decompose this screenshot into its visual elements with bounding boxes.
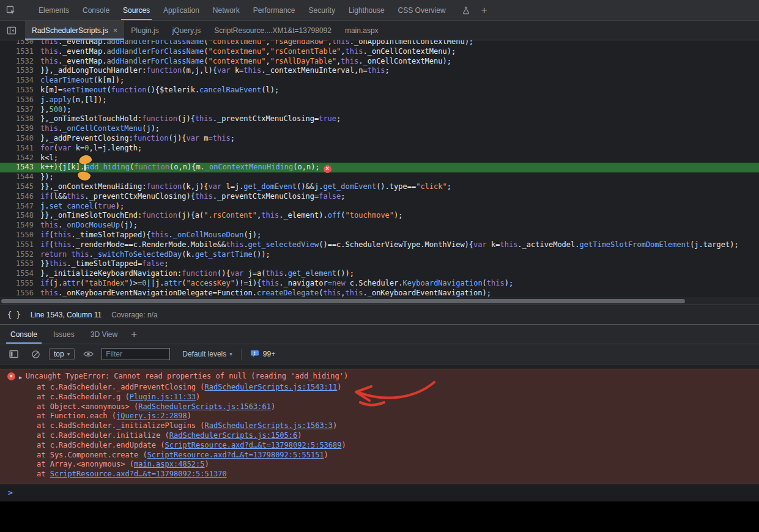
line-number[interactable]: 1538: [0, 114, 40, 124]
tab-performance[interactable]: Performance: [246, 0, 302, 20]
drawer-tab-console[interactable]: Console: [2, 325, 45, 344]
code-line-1555[interactable]: 1555if(j.attr("tabIndex")>=0||j.attr("ac…: [0, 279, 759, 289]
stack-link[interactable]: ScriptResource.axd?d…&t=13798092:5:55151: [147, 451, 324, 459]
code-line-1551[interactable]: 1551if(this._renderMode==c.RenderMode.Mo…: [0, 240, 759, 250]
source-editor[interactable]: 1530this._eventMap.addHandlerForClassNam…: [0, 40, 759, 305]
line-number[interactable]: 1546: [0, 192, 40, 202]
line-number[interactable]: 1533: [0, 66, 40, 76]
code-line-1538[interactable]: 1538},_onTimeSlotTouchHold:function(j){t…: [0, 114, 759, 124]
code-line-1552[interactable]: 1552return this._switchToSelectedDay(k.g…: [0, 250, 759, 260]
line-number[interactable]: 1545: [0, 182, 40, 192]
code-token: apply: [49, 95, 71, 104]
more-tools-button[interactable]: +: [125, 328, 143, 341]
log-levels-dropdown[interactable]: Default levels ▾: [182, 350, 232, 358]
context-selector[interactable]: top ▾: [49, 348, 75, 360]
code-line-1544[interactable]: 1544});: [0, 172, 759, 182]
file-tab-scriptresource-xm1-t-13798092[interactable]: ScriptResource....XM1&t=13798092: [207, 21, 338, 40]
stack-link[interactable]: ScriptResource.axd?d…&t=13798092:5:51370: [50, 470, 227, 478]
code-line-1536[interactable]: 1536j.apply(n,[l]);: [0, 95, 759, 105]
stack-link[interactable]: RadSchedulerScripts.js:1563:3: [205, 421, 333, 430]
drawer-tab-3d-view[interactable]: 3D View: [83, 325, 125, 344]
code-line-1531[interactable]: 1531this._eventMap.addHandlerForClassNam…: [0, 47, 759, 57]
file-tab-plugin-js[interactable]: Plugin.js: [124, 21, 165, 40]
code-line-1545[interactable]: 1545}},_onContextMenuHiding:function(k,j…: [0, 182, 759, 192]
code-line-1542[interactable]: 1542k<l;: [0, 153, 759, 163]
line-number[interactable]: 1551: [0, 240, 40, 250]
line-number[interactable]: 1540: [0, 134, 40, 144]
pretty-print-button[interactable]: { }: [7, 311, 21, 319]
code-line-1535[interactable]: 1535k[m]=setTimeout(function(){$telerik.…: [0, 86, 759, 95]
line-number[interactable]: 1537: [0, 105, 40, 115]
line-number[interactable]: 1547: [0, 202, 40, 212]
line-number[interactable]: 1542: [0, 153, 40, 163]
code-line-1550[interactable]: 1550if(this._timeSlotTapped){this._onCel…: [0, 231, 759, 240]
code-line-1554[interactable]: 1554},_initializeKeyboardNavigation:func…: [0, 269, 759, 279]
code-line-1533[interactable]: 1533}},_addLongTouchHandler:function(m,j…: [0, 66, 759, 76]
line-number[interactable]: 1531: [0, 47, 40, 57]
line-number[interactable]: 1535: [0, 86, 40, 95]
file-tab-main-aspx[interactable]: main.aspx: [338, 21, 385, 40]
stack-link[interactable]: main.aspx:4852:5: [134, 460, 205, 468]
file-tab-jquery-js[interactable]: jQuery.js: [166, 21, 207, 40]
line-number[interactable]: 1549: [0, 221, 40, 231]
scrollbar-thumb[interactable]: [1, 299, 685, 303]
code-line-1549[interactable]: 1549this._onDocMouseUp(j);: [0, 221, 759, 231]
line-number[interactable]: 1530: [0, 40, 40, 47]
line-number[interactable]: 1536: [0, 95, 40, 105]
line-number[interactable]: 1532: [0, 57, 40, 67]
code-line-1530[interactable]: 1530this._eventMap.addHandlerForClassNam…: [0, 40, 759, 47]
tab-application[interactable]: Application: [157, 0, 206, 20]
code-line-1548[interactable]: 1548}},_onTimeSlotTouchEnd:function(j){a…: [0, 211, 759, 221]
horizontal-scrollbar[interactable]: [0, 297, 759, 305]
line-number[interactable]: 1548: [0, 211, 40, 221]
code-line-1543[interactable]: 1543k++){j[k].add_hiding(function(o,n){m…: [0, 163, 759, 172]
console-sidebar-icon[interactable]: [5, 346, 22, 362]
tab-security[interactable]: Security: [302, 0, 342, 20]
tab-css-overview[interactable]: CSS Overview: [391, 0, 453, 20]
tab-elements[interactable]: Elements: [32, 0, 76, 20]
stack-link[interactable]: RadSchedulerScripts.js:1505:6: [169, 431, 298, 440]
code-line-1546[interactable]: 1546if(l&&this._preventCtxMenuClosing){t…: [0, 192, 759, 202]
code-line-1534[interactable]: 1534clearTimeout(k[m]);: [0, 76, 759, 86]
line-number[interactable]: 1544: [0, 172, 40, 182]
navigator-toggle-icon[interactable]: [3, 23, 20, 39]
tab-network[interactable]: Network: [206, 0, 246, 20]
inspect-icon[interactable]: [2, 2, 20, 18]
stack-link[interactable]: ScriptResource.axd?d…&t=13798092:5:53689: [165, 441, 342, 449]
drawer-tab-issues[interactable]: Issues: [45, 325, 83, 344]
line-number[interactable]: 1553: [0, 259, 40, 269]
issues-counter[interactable]: 99+: [250, 350, 275, 358]
line-number[interactable]: 1554: [0, 269, 40, 279]
tab-console[interactable]: Console: [76, 0, 116, 20]
code-line-1537[interactable]: 1537},500);: [0, 105, 759, 115]
console-filter-input[interactable]: [102, 348, 170, 360]
stack-link[interactable]: RadSchedulerScripts.js:1543:11: [205, 383, 338, 391]
stack-link[interactable]: Plugin.js:11:33: [130, 393, 196, 401]
code-line-1547[interactable]: 1547j.set_cancel(true);: [0, 202, 759, 212]
line-number[interactable]: 1543: [0, 163, 40, 172]
line-number[interactable]: 1555: [0, 279, 40, 289]
code-line-1553[interactable]: 1553}}this._timeSlotTapped=false;: [0, 259, 759, 269]
experiment-icon[interactable]: [457, 2, 475, 18]
close-tab-icon[interactable]: ×: [113, 26, 118, 35]
tab-sources[interactable]: Sources: [116, 0, 157, 20]
code-line-1532[interactable]: 1532this._eventMap.addHandlerForClassNam…: [0, 57, 759, 67]
line-number[interactable]: 1539: [0, 124, 40, 134]
line-number[interactable]: 1552: [0, 250, 40, 260]
expand-triangle-icon[interactable]: ▶: [19, 373, 22, 383]
line-number[interactable]: 1541: [0, 144, 40, 153]
line-number[interactable]: 1534: [0, 76, 40, 86]
add-tab-button[interactable]: +: [476, 4, 493, 17]
live-expression-eye-icon[interactable]: [80, 346, 97, 362]
stack-link[interactable]: RadSchedulerScripts.js:1563:61: [138, 402, 271, 411]
code-line-1540[interactable]: 1540},_addPreventClosing:function(j){var…: [0, 134, 759, 144]
line-number[interactable]: 1550: [0, 231, 40, 240]
tab-lighthouse[interactable]: Lighthouse: [342, 0, 391, 20]
inline-error-icon[interactable]: ×: [324, 165, 331, 173]
clear-console-icon[interactable]: [27, 346, 44, 362]
console-input[interactable]: [18, 488, 759, 497]
code-line-1541[interactable]: 1541for(var k=0,l=j.length;: [0, 144, 759, 153]
file-tab-radschedulerscripts-js[interactable]: RadSchedulerScripts.js×: [25, 21, 124, 40]
code-line-1539[interactable]: 1539this._onCellContextMenu(j);: [0, 124, 759, 134]
stack-link[interactable]: jQuery.js:2:2898: [116, 412, 187, 420]
